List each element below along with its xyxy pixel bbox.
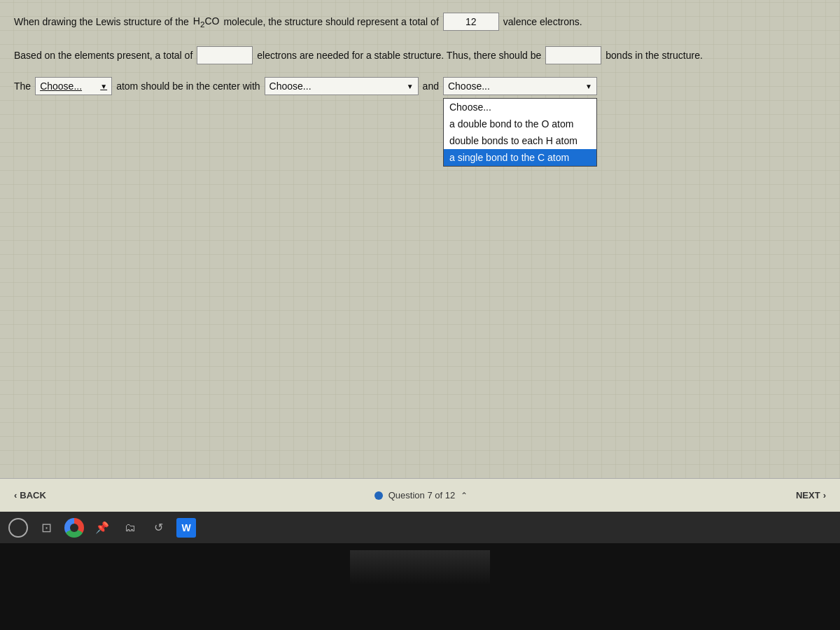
center-atom-dropdown-label: Choose... [40,80,82,92]
q3-prefix: The [14,80,31,92]
option-single-bond-c[interactable]: a single bond to the C atom [444,149,596,166]
bond-type-dropdown[interactable]: Choose... ▼ [265,77,419,95]
bond-type-dropdown-label: Choose... [270,80,312,92]
next-button[interactable]: NEXT › [796,490,826,500]
taskbar-circle-btn[interactable] [7,517,29,539]
monitor-stand [350,550,490,585]
question-2-line: Based on the elements present, a total o… [14,46,826,64]
option-choose[interactable]: Choose... [444,99,596,115]
taskbar-files-icon: 🗂 [125,522,136,534]
bond-choice-popup: Choose... a double bond to the O atom do… [443,98,597,167]
monitor-bottom-area [0,543,840,630]
q2-prefix: Based on the elements present, a total o… [14,50,192,61]
question-3-line: The Choose... ▼ atom should be in the ce… [14,77,826,95]
taskbar-pin-btn[interactable]: 📌 [91,517,113,539]
progress-text: Question 7 of 12 [388,490,455,500]
bonds-count-input[interactable] [545,46,601,64]
question-1-line: When drawing the Lewis structure of the … [14,13,826,31]
taskbar-word-btn[interactable]: W [175,517,197,539]
taskbar-chrome-icon [64,518,84,538]
bond-choice-dropdown-label: Choose... [448,80,490,92]
taskbar-pin-icon: 📌 [95,521,109,534]
next-label: NEXT [796,490,820,500]
next-chevron-icon: › [823,490,826,500]
option-double-bond-o[interactable]: a double bond to the O atom [444,115,596,132]
back-label: BACK [20,490,46,500]
back-chevron-icon: ‹ [14,490,17,500]
bond-type-dropdown-arrow: ▼ [407,83,414,90]
back-button[interactable]: ‹ BACK [14,490,46,500]
q2-suffix: bonds in the structure. [606,50,703,61]
bond-choice-dropdown[interactable]: Choose... ▼ [443,77,597,95]
center-atom-dropdown[interactable]: Choose... ▼ [35,77,112,95]
q1-suffix: valence electrons. [503,16,582,27]
and-text: and [423,80,439,92]
taskbar-circle-icon [8,518,28,538]
option-double-bonds-h[interactable]: double bonds to each H atom [444,132,596,149]
main-content: When drawing the Lewis structure of the … [0,0,840,478]
progress-chevron-up-icon[interactable]: ⌃ [461,491,468,500]
bond-choice-dropdown-arrow: ▼ [585,83,592,90]
q2-middle: electrons are needed for a stable struct… [257,50,541,61]
taskbar-arrow-icon: ↺ [154,521,163,534]
taskbar-files-btn[interactable]: 🗂 [119,517,141,539]
formula-text: H2CO [193,15,220,29]
taskbar-monitor-icon: ⊡ [41,520,52,536]
question-progress: Question 7 of 12 ⌃ [374,490,468,500]
center-atom-dropdown-arrow: ▼ [100,83,107,90]
q1-prefix: When drawing the Lewis structure of the [14,16,189,27]
taskbar-word-icon: W [176,518,196,538]
navigation-bar: ‹ BACK Question 7 of 12 ⌃ NEXT › [0,478,840,511]
taskbar-arrow-btn[interactable]: ↺ [147,517,169,539]
taskbar-monitor-btn[interactable]: ⊡ [35,517,57,539]
electrons-needed-input[interactable] [197,46,253,64]
taskbar-chrome-btn[interactable] [63,517,85,539]
q1-middle: molecule, the structure should represent… [223,16,438,27]
q3-middle1: atom should be in the center with [116,80,260,92]
valence-count-input[interactable]: 12 [443,13,499,31]
bond-choice-container: Choose... ▼ Choose... a double bond to t… [443,77,597,95]
taskbar: ⊡ 📌 🗂 ↺ W [0,512,840,543]
progress-dot-icon [374,491,383,500]
